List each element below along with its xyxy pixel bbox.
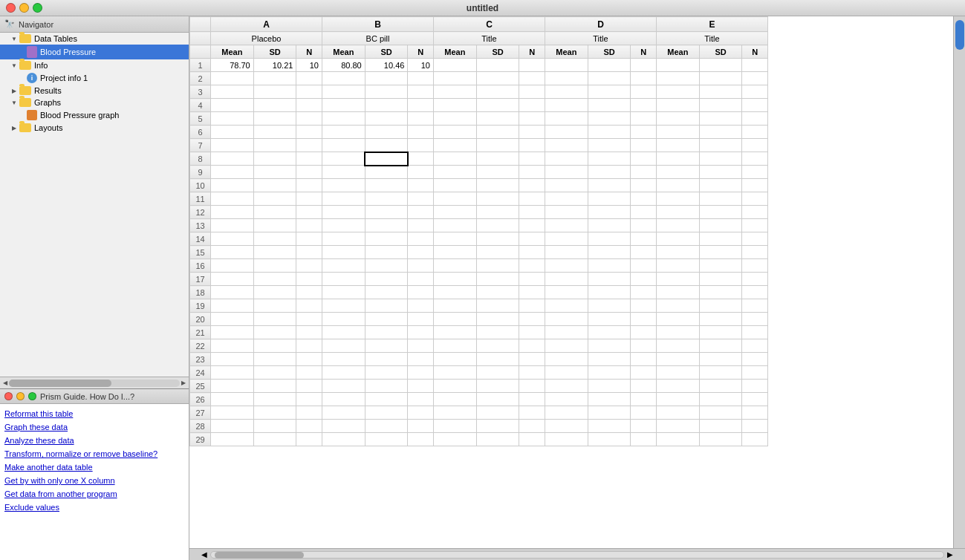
data-cell-r12-c10[interactable] bbox=[588, 206, 631, 219]
data-cell-r29-c3[interactable] bbox=[322, 433, 365, 446]
data-cell-r25-c10[interactable] bbox=[588, 380, 631, 393]
data-cell-r16-c0[interactable] bbox=[211, 259, 254, 273]
data-cell-r17-c12[interactable] bbox=[657, 273, 700, 286]
data-cell-r19-c14[interactable] bbox=[742, 299, 768, 313]
data-cell-r4-c10[interactable] bbox=[588, 99, 631, 112]
data-cell-r23-c11[interactable] bbox=[631, 353, 657, 366]
data-cell-r19-c4[interactable] bbox=[365, 299, 408, 313]
data-cell-r16-c10[interactable] bbox=[588, 259, 631, 273]
data-cell-r17-c7[interactable] bbox=[476, 273, 519, 286]
data-cell-r26-c9[interactable] bbox=[545, 393, 588, 406]
data-cell-r3-c3[interactable] bbox=[322, 85, 365, 99]
data-cell-r26-c0[interactable] bbox=[211, 393, 254, 406]
data-cell-r19-c9[interactable] bbox=[545, 299, 588, 313]
hscroll-left[interactable]: ◀ bbox=[201, 550, 207, 559]
data-cell-r29-c5[interactable] bbox=[408, 433, 434, 446]
data-cell-r16-c2[interactable] bbox=[296, 259, 322, 273]
data-cell-r24-c9[interactable] bbox=[545, 366, 588, 380]
data-cell-r10-c8[interactable] bbox=[519, 179, 545, 192]
guide-link-transform[interactable]: Transform, normalize or remove baseline? bbox=[4, 447, 184, 460]
data-cell-r9-c2[interactable] bbox=[296, 166, 322, 179]
data-cell-r21-c1[interactable] bbox=[253, 326, 296, 339]
data-cell-r9-c0[interactable] bbox=[211, 166, 254, 179]
data-cell-r27-c7[interactable] bbox=[476, 406, 519, 420]
data-cell-r15-c7[interactable] bbox=[476, 246, 519, 259]
data-cell-r11-c3[interactable] bbox=[322, 192, 365, 206]
data-cell-r20-c5[interactable] bbox=[408, 313, 434, 326]
data-cell-r2-c10[interactable] bbox=[588, 72, 631, 85]
data-cell-r2-c5[interactable] bbox=[408, 72, 434, 85]
data-cell-r14-c9[interactable] bbox=[545, 232, 588, 246]
data-cell-r17-c9[interactable] bbox=[545, 273, 588, 286]
data-cell-r9-c4[interactable] bbox=[365, 166, 408, 179]
data-cell-r5-c8[interactable] bbox=[519, 112, 545, 126]
data-cell-r4-c11[interactable] bbox=[631, 99, 657, 112]
data-cell-r16-c7[interactable] bbox=[476, 259, 519, 273]
data-cell-r1-c8[interactable] bbox=[519, 59, 545, 72]
data-cell-r2-c0[interactable] bbox=[211, 72, 254, 85]
data-cell-r8-c3[interactable] bbox=[322, 152, 365, 166]
maximize-button[interactable] bbox=[33, 3, 42, 13]
data-cell-r19-c2[interactable] bbox=[296, 299, 322, 313]
data-cell-r10-c14[interactable] bbox=[742, 179, 768, 192]
data-cell-r19-c7[interactable] bbox=[476, 299, 519, 313]
data-cell-r17-c10[interactable] bbox=[588, 273, 631, 286]
data-cell-r5-c1[interactable] bbox=[253, 112, 296, 126]
data-cell-r6-c2[interactable] bbox=[296, 126, 322, 139]
data-cell-r13-c1[interactable] bbox=[253, 219, 296, 232]
data-cell-r19-c6[interactable] bbox=[434, 299, 477, 313]
data-cell-r17-c0[interactable] bbox=[211, 273, 254, 286]
data-cell-r17-c4[interactable] bbox=[365, 273, 408, 286]
data-cell-r10-c13[interactable] bbox=[699, 179, 742, 192]
data-cell-r24-c10[interactable] bbox=[588, 366, 631, 380]
data-cell-r3-c12[interactable] bbox=[657, 85, 700, 99]
data-cell-r20-c2[interactable] bbox=[296, 313, 322, 326]
data-cell-r11-c0[interactable] bbox=[211, 192, 254, 206]
data-cell-r3-c0[interactable] bbox=[211, 85, 254, 99]
data-cell-r22-c6[interactable] bbox=[434, 339, 477, 353]
data-cell-r20-c1[interactable] bbox=[253, 313, 296, 326]
data-cell-r21-c9[interactable] bbox=[545, 326, 588, 339]
data-cell-r7-c3[interactable] bbox=[322, 139, 365, 152]
sidebar-item-layouts[interactable]: Layouts bbox=[0, 122, 189, 134]
data-cell-r7-c5[interactable] bbox=[408, 139, 434, 152]
data-cell-r27-c9[interactable] bbox=[545, 406, 588, 420]
vertical-scrollbar[interactable] bbox=[953, 16, 965, 548]
data-cell-r16-c1[interactable] bbox=[253, 259, 296, 273]
data-cell-r29-c12[interactable] bbox=[657, 433, 700, 446]
data-cell-r25-c3[interactable] bbox=[322, 380, 365, 393]
data-cell-r24-c13[interactable] bbox=[699, 366, 742, 380]
data-cell-r19-c3[interactable] bbox=[322, 299, 365, 313]
data-cell-r12-c9[interactable] bbox=[545, 206, 588, 219]
data-cell-r15-c1[interactable] bbox=[253, 246, 296, 259]
data-cell-r11-c1[interactable] bbox=[253, 192, 296, 206]
data-cell-r5-c12[interactable] bbox=[657, 112, 700, 126]
data-cell-r11-c11[interactable] bbox=[631, 192, 657, 206]
data-cell-r15-c14[interactable] bbox=[742, 246, 768, 259]
data-cell-r27-c0[interactable] bbox=[211, 406, 254, 420]
data-cell-r9-c6[interactable] bbox=[434, 166, 477, 179]
data-cell-r16-c9[interactable] bbox=[545, 259, 588, 273]
data-cell-r7-c2[interactable] bbox=[296, 139, 322, 152]
data-cell-r13-c12[interactable] bbox=[657, 219, 700, 232]
data-cell-r24-c11[interactable] bbox=[631, 366, 657, 380]
col-header-b[interactable]: B bbox=[322, 17, 434, 32]
data-cell-r19-c1[interactable] bbox=[253, 299, 296, 313]
data-cell-r20-c6[interactable] bbox=[434, 313, 477, 326]
data-cell-r6-c12[interactable] bbox=[657, 126, 700, 139]
data-cell-r13-c8[interactable] bbox=[519, 219, 545, 232]
data-cell-r6-c3[interactable] bbox=[322, 126, 365, 139]
data-cell-r7-c7[interactable] bbox=[476, 139, 519, 152]
data-cell-r6-c8[interactable] bbox=[519, 126, 545, 139]
hscroll-track[interactable] bbox=[210, 551, 944, 559]
data-cell-r28-c1[interactable] bbox=[253, 420, 296, 433]
scroll-track[interactable] bbox=[9, 380, 180, 387]
data-cell-r15-c11[interactable] bbox=[631, 246, 657, 259]
data-cell-r6-c7[interactable] bbox=[476, 126, 519, 139]
data-cell-r20-c13[interactable] bbox=[699, 313, 742, 326]
data-cell-r10-c3[interactable] bbox=[322, 179, 365, 192]
data-cell-r27-c10[interactable] bbox=[588, 406, 631, 420]
data-cell-r7-c4[interactable] bbox=[365, 139, 408, 152]
guide-link-analyze[interactable]: Analyze these data bbox=[4, 434, 184, 447]
data-cell-r23-c0[interactable] bbox=[211, 353, 254, 366]
